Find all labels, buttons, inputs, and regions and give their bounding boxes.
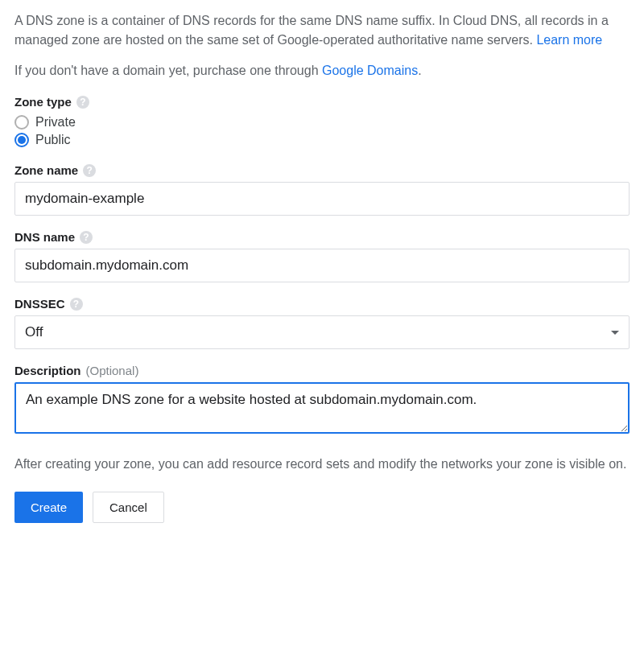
dnssec-field: DNSSEC ? Off	[14, 297, 630, 349]
intro-paragraph-2: If you don't have a domain yet, purchase…	[14, 61, 630, 80]
help-icon[interactable]: ?	[76, 96, 89, 109]
zone-type-label: Zone type	[14, 95, 72, 109]
zone-type-field: Zone type ? Private Public	[14, 95, 630, 149]
zone-type-public-radio[interactable]: Public	[14, 131, 630, 149]
intro-text-a: A DNS zone is a container of DNS records…	[14, 14, 609, 47]
cancel-button[interactable]: Cancel	[93, 492, 164, 523]
button-row: Create Cancel	[14, 492, 630, 523]
description-field: Description (Optional)	[14, 364, 630, 437]
dns-name-input[interactable]	[14, 249, 630, 282]
help-icon[interactable]: ?	[80, 231, 93, 244]
description-input[interactable]	[14, 382, 630, 434]
dns-name-label-row: DNS name ?	[14, 230, 630, 244]
radio-label-private: Private	[35, 115, 76, 130]
radio-dot-icon	[18, 136, 26, 144]
dnssec-value: Off	[25, 324, 43, 340]
zone-type-label-row: Zone type ?	[14, 95, 630, 109]
help-icon[interactable]: ?	[70, 298, 83, 311]
dnssec-label-row: DNSSEC ?	[14, 297, 630, 311]
description-optional: (Optional)	[86, 364, 139, 377]
description-label-row: Description (Optional)	[14, 364, 630, 377]
dns-name-label: DNS name	[14, 230, 75, 244]
radio-label-public: Public	[35, 133, 71, 147]
description-label: Description	[14, 364, 81, 377]
help-icon[interactable]: ?	[83, 164, 96, 177]
intro-paragraph-1: A DNS zone is a container of DNS records…	[14, 11, 630, 50]
dnssec-label: DNSSEC	[14, 297, 65, 311]
zone-type-private-radio[interactable]: Private	[14, 113, 630, 131]
radio-checked-icon	[14, 133, 29, 147]
after-note: After creating your zone, you can add re…	[14, 455, 630, 474]
chevron-down-icon	[611, 331, 619, 335]
dns-name-field: DNS name ?	[14, 230, 630, 282]
zone-name-input[interactable]	[14, 182, 630, 216]
dnssec-select[interactable]: Off	[14, 315, 630, 349]
radio-unchecked-icon	[14, 115, 29, 130]
zone-name-label-row: Zone name ?	[14, 163, 630, 177]
intro-text-b: If you don't have a domain yet, purchase…	[14, 64, 322, 77]
google-domains-link[interactable]: Google Domains	[322, 64, 418, 77]
zone-name-field: Zone name ?	[14, 163, 630, 216]
create-button[interactable]: Create	[14, 492, 83, 523]
learn-more-link[interactable]: Learn more	[536, 33, 602, 47]
zone-name-label: Zone name	[14, 163, 78, 177]
intro-period: .	[418, 64, 421, 77]
